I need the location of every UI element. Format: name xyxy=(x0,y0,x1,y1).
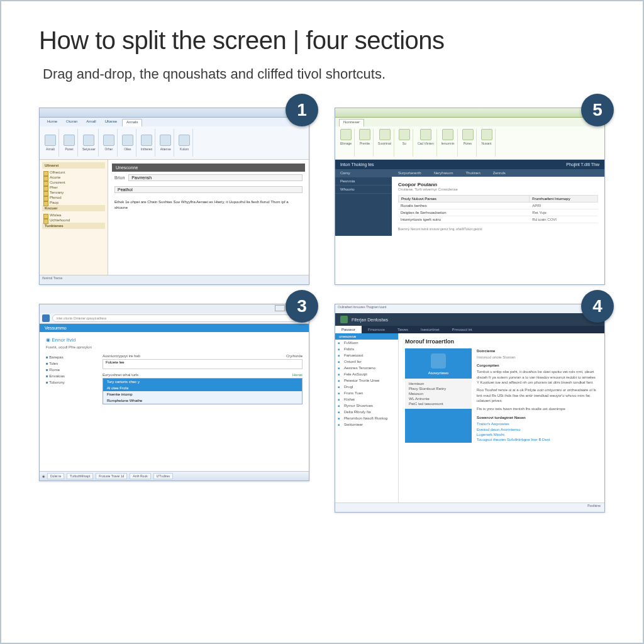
toolbar-icon[interactable] xyxy=(141,135,152,146)
address-bar[interactable]: intet ultonts Dintener opsoytuallress xyxy=(52,314,306,322)
nav-tab[interactable]: Frnomous xyxy=(362,326,391,333)
side-nav-item[interactable]: Pesnmia xyxy=(335,177,392,186)
toolbar-icon[interactable] xyxy=(379,129,391,140)
toolbar-icon[interactable] xyxy=(83,135,94,146)
nav-tab[interactable]: Tawes xyxy=(391,326,414,333)
tree-item[interactable]: Wtslea xyxy=(42,213,105,218)
toolbar-icon[interactable] xyxy=(64,135,75,146)
taskbar[interactable]: ◉ Dolet te TurbuthMinapt Frotusie Travei… xyxy=(40,471,309,480)
link[interactable]: Logenerk Micsht xyxy=(477,432,598,437)
sidebar-item[interactable]: Frons Tuen xyxy=(335,390,398,396)
taskbar-item[interactable]: Dolet te xyxy=(47,473,64,479)
toolbar-icon[interactable] xyxy=(420,129,431,140)
tree-item[interactable]: Plenod xyxy=(42,195,105,200)
ribbon-tabs[interactable]: Home Otoran Arnall Ultarae Annals xyxy=(40,118,309,126)
link[interactable]: Eveasd daton Avorintenso xyxy=(477,427,598,432)
tab[interactable]: Otoran xyxy=(62,119,81,126)
sidebar-item[interactable]: Drugl xyxy=(335,384,398,390)
tab-active[interactable]: Annals xyxy=(122,119,142,126)
tab[interactable]: Ultarae xyxy=(101,119,121,126)
primary-nav[interactable]: Passeur Frnomous Tawes Isestortinet Prmo… xyxy=(335,326,604,333)
app-title-left: Inton Thoking tes xyxy=(340,162,374,167)
sidebar-item[interactable]: Delta Ribroly fta xyxy=(335,409,398,415)
toolbar-icon[interactable] xyxy=(160,135,171,146)
info-card[interactable]: Asowyrtawo Hemtaon Placy Slombuot Rettry… xyxy=(405,348,472,443)
toolbar-icon[interactable] xyxy=(442,129,453,140)
sidebar-item[interactable]: Fele AsSouipt xyxy=(335,371,398,377)
tab[interactable]: Arnall xyxy=(82,119,99,126)
menu-item[interactable]: Fisenke intomp xyxy=(103,391,302,397)
sidebar-item[interactable]: FuWonn xyxy=(335,340,398,346)
sidebar-item[interactable]: Plerombon hasoft Rustiog xyxy=(335,415,398,421)
content-tab[interactable]: Zennds xyxy=(487,169,512,177)
nav-tab-active[interactable]: Passeur xyxy=(335,326,362,333)
tab[interactable]: Home xyxy=(43,119,61,126)
taskbar-item[interactable]: Amh Rook xyxy=(130,473,150,479)
toolbar-icon[interactable] xyxy=(103,135,114,146)
toolbar-icon[interactable] xyxy=(462,129,474,140)
sidebar-item[interactable]: Rymor Shusrtxes xyxy=(335,402,398,409)
sidebar-item[interactable]: Aestnes Teromeno xyxy=(335,365,398,371)
tree-item[interactable]: Cunorent xyxy=(42,180,105,185)
taskbar-item[interactable]: Frotusie Travei 1d xyxy=(96,473,127,479)
card-title: Asowyrtawo xyxy=(410,371,467,375)
window-titlebar xyxy=(40,304,309,313)
sidebar-item[interactable]: Fidtris xyxy=(335,346,398,352)
toolbar-icon[interactable] xyxy=(122,135,133,146)
tree-item[interactable]: Paop xyxy=(42,200,105,205)
account-name: ◉ Ennor Itvid xyxy=(46,337,303,343)
nav-item[interactable]: Barepas xyxy=(46,354,96,360)
sidebar-item[interactable]: Ontonil fer xyxy=(335,358,398,365)
nav-item[interactable]: Toles xyxy=(46,360,96,367)
taskbar-item[interactable]: TurbuthMinapt xyxy=(67,473,93,479)
menu-item[interactable]: Romphelone Whathe xyxy=(103,397,302,404)
toolbar-icon[interactable] xyxy=(340,129,352,140)
field-value[interactable]: Pavrrensh xyxy=(128,174,303,181)
toolbar-icon[interactable] xyxy=(481,129,492,140)
menu-item[interactable]: Al otee Frola xyxy=(103,385,302,391)
browser-tab-icon[interactable] xyxy=(42,314,50,322)
tab-active[interactable]: Nonneser xyxy=(339,119,364,126)
folder-tree[interactable]: Ulinarst Ofhecunt Acorte Cunorent Pher T… xyxy=(40,160,108,285)
main-title: Morouf Irroaertlon xyxy=(405,338,598,345)
taskbar-item[interactable]: U'Tudtres xyxy=(153,473,173,479)
sidebar-item[interactable]: Peiestor Trunle Unee xyxy=(335,377,398,384)
col-header: Pnoly Nubovt Parses xyxy=(399,196,529,202)
content-tab[interactable]: Neryhasom xyxy=(428,169,460,177)
tree-item[interactable]: Ofhecunt xyxy=(42,170,105,175)
form-label: Ausntorcrypoyt ire hab xyxy=(103,354,140,358)
link[interactable]: Trattor's Awprowies xyxy=(477,421,598,426)
toolbar-icon[interactable] xyxy=(179,135,190,146)
side-nav-item[interactable]: Whoorto xyxy=(335,186,392,194)
nav-tab[interactable]: Prmoood int xyxy=(445,326,478,333)
side-nav-item[interactable]: Carsy xyxy=(335,169,392,177)
toolbar-icon[interactable] xyxy=(45,135,56,146)
status-bar: Ifunimd Trema xyxy=(40,275,309,284)
nav-item[interactable]: Toborony xyxy=(46,379,96,386)
toolbar-icon[interactable] xyxy=(359,129,370,140)
nav-list[interactable]: Barepas Toles Flome Envaloas Toborony xyxy=(46,354,96,386)
tree-item[interactable]: Acorte xyxy=(42,175,105,180)
field-value[interactable]: Peathol xyxy=(114,186,303,193)
screenshot-panel-1: Home Otoran Arnall Ultarae Annals Aimalt… xyxy=(39,108,309,285)
sidebar-item[interactable]: Swittonteer xyxy=(335,421,398,428)
nav-item[interactable]: Envaloas xyxy=(46,373,96,379)
sidebar[interactable]: unesowue FuWonn Fidtris Fartuetoast Onto… xyxy=(335,333,399,513)
context-menu[interactable]: Tory cartorts chec y Al otee Frola Fisen… xyxy=(103,378,303,404)
menu-item[interactable]: Tory cartorts chec y xyxy=(103,379,302,385)
side-nav[interactable]: Carsy Pesnmia Whoorto xyxy=(335,169,392,236)
tree-item[interactable]: Uchtehoond xyxy=(42,218,105,223)
content-tab[interactable]: Thotinen xyxy=(459,169,486,177)
text-input[interactable]: Fuloete lee xyxy=(103,359,303,369)
tree-item[interactable]: Tenvany xyxy=(42,190,105,195)
content-tabs[interactable]: Surpurtenerth Neryhasom Thotinen Zennds xyxy=(392,169,604,177)
sidebar-item[interactable]: Ktshat xyxy=(335,396,398,402)
link[interactable]: Touogsot theoren Sufolihkrbgne Iner B De… xyxy=(477,437,598,442)
nav-tab[interactable]: Isestortinet xyxy=(414,326,445,333)
nav-item[interactable]: Flome xyxy=(46,367,96,373)
tree-item[interactable]: Pher xyxy=(42,185,105,190)
toolbar-label: Elimage xyxy=(340,142,352,145)
content-tab[interactable]: Surpurtenerth xyxy=(392,169,428,177)
toolbar-icon[interactable] xyxy=(399,129,410,140)
sidebar-item[interactable]: Fartuetoast xyxy=(335,352,398,358)
